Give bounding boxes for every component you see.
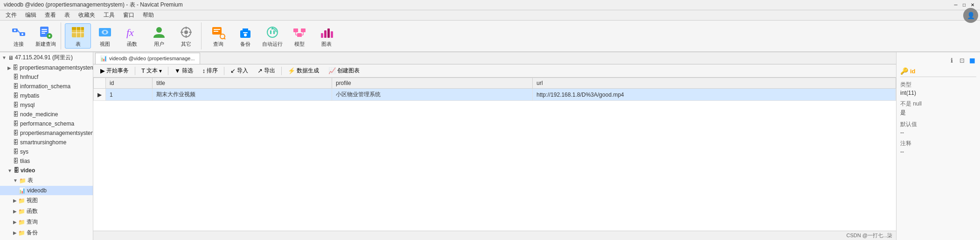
svg-point-21 bbox=[156, 27, 162, 33]
sidebar: ▼ 🖥 47.115.204.91 (阿里云) ▶ 🗄 propertiesma… bbox=[0, 52, 93, 240]
sidebar-db-sys[interactable]: 🗄 sys bbox=[0, 147, 93, 156]
collapse-icon[interactable]: ⊡ bbox=[958, 56, 966, 64]
text-icon: T bbox=[141, 67, 145, 74]
query-button[interactable]: 查询 bbox=[205, 23, 231, 49]
col-header-id: id bbox=[106, 78, 153, 89]
cell-title[interactable]: 期末大作业视频 bbox=[153, 89, 332, 101]
title-bar-controls: ─ □ ✕ bbox=[952, 1, 976, 9]
backup-label: 备份 bbox=[240, 41, 250, 48]
sidebar-db-mysql[interactable]: 🗄 mysql bbox=[0, 100, 93, 110]
sidebar-db-hnfnucf[interactable]: 🗄 hnfnucf bbox=[0, 72, 93, 82]
sidebar-folder-backups[interactable]: ▶ 📁 备份 bbox=[0, 227, 93, 238]
view-label: 视图 bbox=[100, 41, 110, 48]
backup-button[interactable]: 备份 bbox=[232, 23, 258, 49]
text-button[interactable]: T 文本 ▾ bbox=[137, 65, 166, 77]
svg-rect-41 bbox=[301, 28, 306, 32]
auto-run-button[interactable]: 自动运行 bbox=[259, 23, 285, 49]
sidebar-folder-tables[interactable]: ▼ 📁 表 bbox=[0, 175, 93, 186]
data-table: id title profile url ▶ 1 期末大作业视频 小区物业管理系… bbox=[93, 78, 896, 101]
right-panel-header: 🔑 id bbox=[900, 67, 976, 77]
sidebar-db-node[interactable]: 🗄 node_medicine bbox=[0, 110, 93, 119]
svg-point-3 bbox=[14, 29, 16, 31]
sidebar-folder-queries[interactable]: ▶ 📁 查询 bbox=[0, 217, 93, 227]
menu-view[interactable]: 查看 bbox=[41, 10, 60, 20]
cell-profile[interactable]: 小区物业管理系统 bbox=[332, 89, 532, 101]
sidebar-folder-functions[interactable]: ▶ 📁 函数 bbox=[0, 206, 93, 217]
new-query-button[interactable]: 新建查询 bbox=[33, 23, 59, 49]
sidebar-db-video[interactable]: ▼ 🗄 video bbox=[0, 166, 93, 175]
sidebar-db-perf[interactable]: 🗄 performance_schema bbox=[0, 119, 93, 128]
sidebar-db-props2[interactable]: 🗄 propertiesmanagementsystem bbox=[0, 128, 93, 138]
model-button[interactable]: 模型 bbox=[286, 23, 313, 49]
title-bar-text: videodb @video (propertiesmanagementsyst… bbox=[4, 1, 183, 9]
profile-avatar: 👤 bbox=[963, 8, 978, 23]
prop-type: 类型 int(11) bbox=[900, 81, 976, 96]
sep1 bbox=[135, 67, 135, 75]
sidebar-folder-views[interactable]: ▶ 📁 视图 bbox=[0, 195, 93, 206]
other-button[interactable]: 其它 bbox=[173, 23, 199, 49]
grid-icon[interactable]: ▦ bbox=[968, 56, 976, 64]
field-name: id bbox=[910, 68, 916, 75]
chart-button[interactable]: 图表 bbox=[313, 23, 340, 49]
query-icon bbox=[211, 25, 226, 40]
table-tab[interactable]: 📊 videodb @video (propertiesmanage... bbox=[95, 53, 200, 64]
prop-comment-label: 注释 bbox=[900, 140, 976, 148]
view-button[interactable]: 视图 bbox=[92, 23, 118, 49]
menu-table[interactable]: 表 bbox=[61, 10, 74, 20]
menu-window[interactable]: 窗口 bbox=[119, 10, 138, 20]
start-trans-button[interactable]: ▶ 开始事务 bbox=[96, 65, 133, 77]
svg-rect-39 bbox=[273, 30, 275, 34]
db-video-expand: ▼ bbox=[7, 168, 12, 173]
user-button[interactable]: 用户 bbox=[146, 23, 172, 49]
svg-rect-6 bbox=[42, 29, 47, 30]
info-icon[interactable]: ℹ bbox=[947, 56, 956, 64]
auto-run-label: 自动运行 bbox=[262, 41, 283, 48]
menu-file[interactable]: 文件 bbox=[2, 10, 21, 20]
col-header-url: url bbox=[533, 78, 896, 89]
create-chart-button[interactable]: 📈 创建图表 bbox=[324, 65, 364, 77]
cell-url[interactable]: http://192.168.1.8/D%3A/good.mp4 bbox=[533, 89, 896, 101]
menu-favorites[interactable]: 收藏夹 bbox=[75, 10, 99, 20]
table-row[interactable]: ▶ 1 期末大作业视频 小区物业管理系统 http://192.168.1.8/… bbox=[94, 89, 896, 101]
sidebar-table-videodb[interactable]: 📊 videodb bbox=[0, 186, 93, 195]
tab-table-icon: 📊 bbox=[100, 55, 107, 62]
restore-button[interactable]: □ bbox=[960, 1, 968, 9]
sidebar-server[interactable]: ▼ 🖥 47.115.204.91 (阿里云) bbox=[0, 52, 93, 63]
filter-button[interactable]: ▼ 筛选 bbox=[170, 65, 197, 77]
cell-id[interactable]: 1 bbox=[106, 89, 153, 101]
data-gen-button[interactable]: ⚡ 数据生成 bbox=[284, 65, 323, 77]
sidebar-db-mybatis[interactable]: 🗄 mybatis bbox=[0, 91, 93, 100]
svg-point-23 bbox=[184, 30, 188, 34]
prop-comment-value: -- bbox=[900, 148, 976, 155]
svg-rect-8 bbox=[42, 33, 45, 34]
export-button[interactable]: ↗ 导出 bbox=[253, 65, 279, 77]
sidebar-db-props[interactable]: ▶ 🗄 propertiesmanagementsystem bbox=[0, 63, 93, 72]
table-button[interactable]: 表 bbox=[65, 23, 91, 49]
server-icon: 🖥 bbox=[8, 55, 14, 61]
function-button[interactable]: fx 函数 bbox=[119, 23, 145, 49]
connect-button[interactable]: 连接 bbox=[6, 23, 32, 49]
function-icon: fx bbox=[125, 25, 139, 40]
view-icon bbox=[97, 25, 112, 40]
prop-default-label: 默认值 bbox=[900, 120, 976, 128]
svg-rect-48 bbox=[324, 30, 327, 38]
field-key-icon: 🔑 bbox=[900, 67, 908, 75]
prop-notnull: 不是 null 是 bbox=[900, 100, 976, 117]
prop-type-label: 类型 bbox=[900, 81, 976, 89]
svg-rect-49 bbox=[327, 28, 330, 38]
sep4 bbox=[281, 67, 282, 75]
table-container: id title profile url ▶ 1 期末大作业视频 小区物业管理系… bbox=[93, 78, 896, 231]
sidebar-db-info[interactable]: 🗄 information_schema bbox=[0, 82, 93, 91]
svg-point-35 bbox=[244, 34, 247, 36]
sidebar-db-tlias[interactable]: 🗄 tlias bbox=[0, 156, 93, 166]
menu-help[interactable]: 帮助 bbox=[139, 10, 158, 20]
sidebar-db-smart[interactable]: 🗄 smartnursinghome bbox=[0, 138, 93, 147]
table-label: 表 bbox=[76, 41, 81, 48]
import-button[interactable]: ↙ 导入 bbox=[226, 65, 252, 77]
minimize-button[interactable]: ─ bbox=[952, 1, 959, 9]
sort-button[interactable]: ↕ 排序 bbox=[198, 65, 222, 77]
menu-tools[interactable]: 工具 bbox=[100, 10, 118, 20]
model-label: 模型 bbox=[294, 41, 305, 48]
menu-edit[interactable]: 编辑 bbox=[21, 10, 40, 20]
col-header-title: title bbox=[153, 78, 332, 89]
